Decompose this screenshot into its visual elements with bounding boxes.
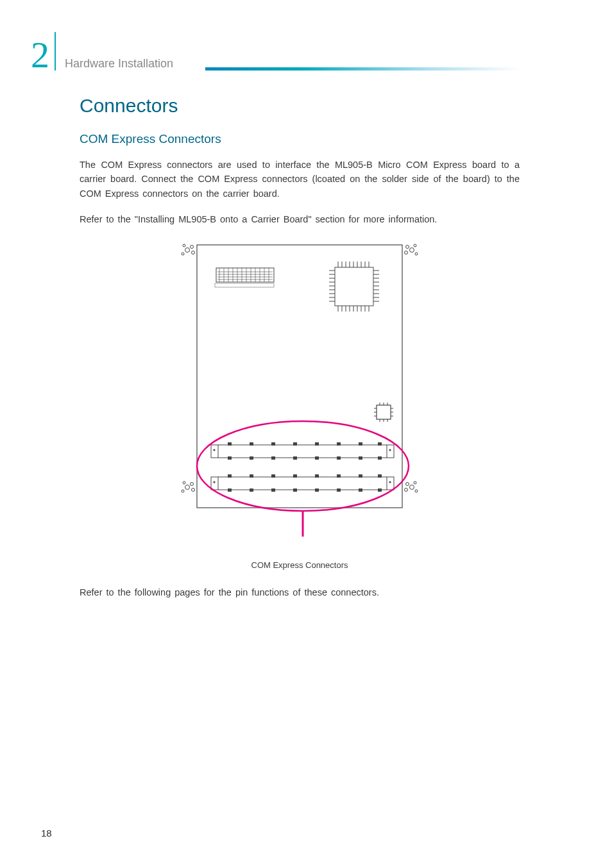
- svg-rect-126: [315, 488, 319, 492]
- chapter-header: 2 Hardware Installation: [31, 32, 173, 72]
- svg-rect-111: [211, 477, 218, 490]
- svg-rect-76: [377, 405, 391, 419]
- mount-hole-icon: [405, 244, 418, 255]
- svg-point-18: [405, 488, 408, 491]
- svg-rect-121: [271, 474, 275, 478]
- svg-rect-107: [359, 442, 362, 446]
- svg-rect-104: [315, 456, 319, 460]
- svg-point-7: [406, 245, 409, 248]
- chip-icon: [329, 262, 379, 312]
- svg-point-1: [185, 247, 190, 252]
- svg-rect-108: [359, 456, 362, 460]
- small-chip-icon: [374, 403, 393, 422]
- page-number: 18: [41, 828, 52, 839]
- svg-rect-123: [293, 474, 297, 478]
- header-rule-gradient: [205, 67, 520, 71]
- svg-rect-102: [293, 456, 297, 460]
- svg-rect-115: [387, 477, 394, 490]
- svg-point-19: [414, 481, 416, 484]
- svg-rect-118: [228, 488, 232, 492]
- svg-rect-132: [378, 488, 382, 492]
- svg-rect-128: [337, 488, 341, 492]
- svg-point-3: [192, 251, 195, 254]
- svg-rect-109: [378, 442, 382, 446]
- svg-rect-101: [293, 442, 297, 446]
- svg-point-15: [182, 490, 184, 492]
- svg-rect-110: [378, 456, 382, 460]
- svg-rect-130: [359, 488, 362, 492]
- svg-rect-117: [228, 474, 232, 478]
- paragraph-1: The COM Express connectors are used to i…: [80, 158, 520, 201]
- com-express-connector-icon: [211, 442, 394, 492]
- svg-point-4: [183, 244, 185, 247]
- svg-rect-39: [335, 267, 373, 306]
- section-heading: Connectors: [80, 95, 520, 117]
- board-diagram: [178, 238, 421, 553]
- svg-rect-127: [337, 474, 341, 478]
- paragraph-3: Refer to the following pages for the pin…: [80, 585, 520, 599]
- svg-rect-38: [215, 283, 274, 287]
- chapter-title: Hardware Installation: [65, 57, 173, 72]
- svg-point-11: [185, 485, 190, 489]
- svg-point-14: [183, 481, 185, 484]
- chapter-number: 2: [31, 38, 55, 72]
- svg-point-116: [389, 481, 391, 483]
- highlight-ellipse-icon: [197, 421, 409, 511]
- svg-rect-119: [250, 474, 253, 478]
- svg-rect-93: [387, 445, 394, 458]
- svg-rect-124: [293, 488, 297, 492]
- svg-point-13: [192, 488, 195, 491]
- svg-point-20: [415, 490, 418, 492]
- svg-rect-106: [337, 456, 341, 460]
- content-area: Connectors COM Express Connectors The CO…: [80, 95, 520, 611]
- svg-point-17: [406, 482, 409, 485]
- diagram-svg: [178, 238, 421, 553]
- subsection-heading: COM Express Connectors: [80, 132, 520, 146]
- svg-rect-95: [228, 442, 232, 446]
- svg-rect-98: [250, 456, 253, 460]
- svg-rect-120: [250, 488, 253, 492]
- paragraph-2: Refer to the "Installing ML905-B onto a …: [80, 212, 520, 226]
- svg-rect-125: [315, 474, 319, 478]
- svg-rect-129: [359, 474, 362, 478]
- svg-rect-105: [337, 442, 341, 446]
- svg-rect-131: [378, 474, 382, 478]
- diagram-caption: COM Express Connectors: [80, 560, 520, 570]
- svg-point-90: [213, 449, 215, 451]
- mount-hole-icon: [182, 244, 195, 255]
- svg-point-16: [410, 485, 414, 489]
- mount-hole-icon: [182, 481, 195, 492]
- mount-hole-icon: [405, 481, 418, 492]
- svg-point-6: [410, 247, 414, 252]
- svg-rect-96: [228, 456, 232, 460]
- svg-point-112: [213, 481, 215, 483]
- svg-rect-103: [315, 442, 319, 446]
- svg-point-2: [191, 245, 194, 248]
- svg-point-8: [405, 251, 408, 254]
- svg-rect-122: [271, 488, 275, 492]
- svg-point-9: [414, 244, 416, 247]
- svg-rect-97: [250, 442, 253, 446]
- svg-rect-21: [216, 268, 274, 282]
- svg-point-5: [182, 253, 184, 255]
- svg-rect-100: [271, 456, 275, 460]
- svg-rect-89: [211, 445, 218, 458]
- chapter-divider: [55, 32, 56, 71]
- svg-point-12: [191, 482, 194, 485]
- svg-rect-99: [271, 442, 275, 446]
- small-connector-icon: [215, 268, 274, 287]
- svg-point-10: [415, 253, 418, 255]
- svg-point-94: [389, 449, 391, 451]
